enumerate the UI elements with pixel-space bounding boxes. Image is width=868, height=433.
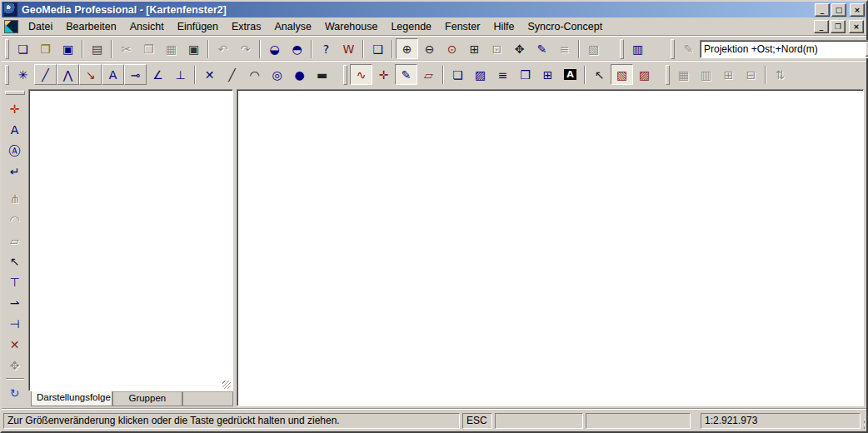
toolbar-gripper[interactable] [5,65,9,85]
select-area-button[interactable]: ▨ [633,64,656,85]
menu-fenster[interactable]: Fenster [438,19,486,34]
pan-button[interactable]: ✥ [508,38,531,59]
menu-bearbeiten[interactable]: Bearbeiten [59,19,122,34]
table-load-button[interactable]: ⊟ [740,64,762,85]
redlining-button[interactable]: ✎ [531,38,553,59]
text-tool-button[interactable]: A [102,64,124,85]
place-filled-circle-button[interactable]: ● [288,64,311,85]
place-line-button[interactable]: ╱ [221,64,243,85]
menu-datei[interactable]: Datei [22,19,59,34]
toolbar-gripper[interactable] [343,65,347,85]
insert-stack-button[interactable]: ⊞ [536,64,559,85]
insert-feature-button[interactable]: ❏ [446,64,469,85]
insert-legend-entry-button[interactable]: ≡ [491,64,514,85]
edit-vertices-button[interactable]: ✛ [372,64,395,85]
tab-gruppen[interactable]: Gruppen [112,391,182,406]
toolbar-gripper[interactable] [666,65,670,85]
arrow-line-tool-button[interactable]: ↘ [79,64,102,85]
toolbar-gripper[interactable] [671,39,675,59]
fit-selected-button[interactable]: ⊡ [486,38,508,59]
resize-grip[interactable] [864,417,865,430]
menu-einfuegen[interactable]: Einfügen [171,19,225,34]
insert-tag-button[interactable]: ❒ [514,64,536,85]
properties-button[interactable]: ≡ [553,38,576,59]
move-button[interactable]: ✥ [4,355,26,376]
map-canvas[interactable] [237,89,864,406]
trim-line-button[interactable]: ⇀ [4,292,26,313]
fit-all-button[interactable]: ⊞ [463,38,486,59]
tab-empty[interactable] [182,391,233,406]
edit-feature-button[interactable]: ✎ [395,64,417,85]
minimize-button[interactable]: _ [815,3,830,17]
queries-button[interactable]: ▥ [626,38,649,59]
place-circle-button[interactable]: ◎ [266,64,288,85]
tab-darstellungsfolge[interactable]: Darstellungsfolge [31,391,112,406]
title-bar[interactable]: GeoMedia Professional - [Kartenfenster2]… [2,2,866,17]
toolbar-gripper[interactable] [5,39,9,59]
edit-boundary-button[interactable]: ▱ [417,64,440,85]
edit-geometry-button[interactable]: ∿ [350,64,372,85]
mdi-minimize-button[interactable]: _ [814,20,829,33]
place-arc-button[interactable]: ◠ [243,64,266,85]
select-text-button[interactable]: Ⓐ [4,140,26,161]
select-features-button[interactable]: ▧ [611,64,633,85]
insert-vertex-button[interactable]: ✛ [4,98,26,119]
new-connection-button[interactable]: ◒ [263,38,286,59]
point-tool-button[interactable]: ⊸ [124,64,147,85]
line-tool-button[interactable]: ╱ [34,64,57,85]
rotate-button[interactable]: ↻ [4,382,26,403]
select-tool-button[interactable]: ↖ [588,64,611,85]
text-button[interactable]: A [4,119,26,140]
map-document-icon[interactable] [4,20,18,33]
copy-button[interactable]: ❐ [137,38,160,59]
menu-syncro-concept[interactable]: Syncro-Concept [521,19,609,34]
paste-button[interactable]: ▦ [160,38,182,59]
table-columns-button[interactable]: ▥ [695,64,717,85]
legend-view[interactable] [28,89,233,391]
new-geoworkspace-button[interactable]: ❏ [12,38,34,59]
close-button[interactable]: × [850,3,865,17]
open-geoworkspace-button[interactable]: ❐ [34,38,57,59]
zoom-selected-button[interactable]: ⊙ [441,38,463,59]
line-style-button[interactable]: ▬ [311,64,333,85]
table-view-button[interactable]: ▦ [672,64,695,85]
geomedia-globe-icon[interactable] [3,2,17,17]
perpendicular-tool-button[interactable]: ⊥ [169,64,192,85]
projection-combobox[interactable]: Projektion +Ost;+Nord(m) ▼ [700,40,868,58]
split-point-button[interactable]: ✕ [4,334,26,355]
menu-extras[interactable]: Extras [225,19,267,34]
move-label-button[interactable]: ↵ [4,161,26,182]
feature-info-button[interactable]: ? [315,38,337,59]
zoom-in-button[interactable]: ⊕ [396,38,418,59]
polyline-tool-button[interactable]: ⋀ [57,64,79,85]
menu-ansicht[interactable]: Ansicht [123,19,171,34]
angle-tool-button[interactable]: ∠ [147,64,169,85]
geoworkspace-objects-button[interactable]: W [337,38,360,59]
sync-button[interactable]: ⇅ [769,64,791,85]
snap-point-button[interactable]: ✳ [12,64,34,85]
select-plus-button[interactable]: ↖ [4,251,26,271]
maximize-button[interactable]: □ [831,3,846,17]
extend-line-button[interactable]: ⊤ [4,271,26,292]
redo-button[interactable]: ↷ [234,38,257,59]
new-map-window-button[interactable]: ❑ [367,38,389,59]
cut-button[interactable]: ✂ [115,38,137,59]
segment-button[interactable]: ⊣ [4,313,26,334]
menu-legende[interactable]: Legende [384,19,438,34]
save-geoworkspace-button[interactable]: ▣ [57,38,79,59]
select-set-button[interactable]: ▧ [582,38,605,59]
connections-button[interactable]: ◓ [286,38,308,59]
menu-analyse[interactable]: Analyse [267,19,317,34]
coordinate-readout-button[interactable]: ✎ [677,38,700,59]
zoom-out-button[interactable]: ⊖ [418,38,441,59]
toolbar-gripper[interactable] [5,91,25,95]
menu-hilfe[interactable]: Hilfe [486,19,521,34]
split-feature-button[interactable]: ⋔ [4,188,26,209]
table-insert-button[interactable]: ⊞ [717,64,740,85]
menu-warehouse[interactable]: Warehouse [318,19,384,34]
snapshot-button[interactable]: ▣ [182,38,205,59]
print-button[interactable]: ▤ [86,38,108,59]
mdi-close-button[interactable]: × [849,20,864,33]
toolbar-gripper[interactable] [620,39,624,59]
mdi-restore-button[interactable]: ❐ [831,20,846,33]
